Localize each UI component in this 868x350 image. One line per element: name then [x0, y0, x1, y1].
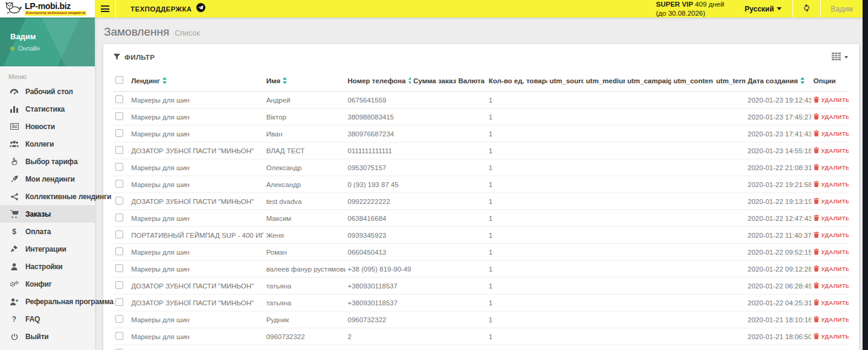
row-checkbox[interactable]: [115, 231, 123, 238]
delete-label: УДАЛИТЬ: [821, 181, 849, 188]
table-row: Маркеры для шинРудник096073232212020-01-…: [113, 311, 849, 328]
cell-utm_term: [713, 176, 745, 193]
topbar-username: Вадим: [831, 5, 853, 13]
sidebar-item-logout[interactable]: Выйти: [0, 328, 95, 345]
delete-button[interactable]: УДАЛИТЬ: [814, 316, 849, 323]
row-checkbox[interactable]: [115, 180, 123, 188]
logo[interactable]: LP-mobi.biz Конструктор мобильных лендин…: [0, 0, 95, 18]
cell-utm_content: [671, 345, 713, 350]
sidebar-item-colleagues[interactable]: Коллеги: [0, 135, 95, 153]
delete-button[interactable]: УДАЛИТЬ: [814, 299, 849, 307]
table-row: ПОРТАТИВНЫЙ ГЕЙМПАД SUP - 400 ИГР В 1Жен…: [113, 227, 849, 244]
cell-qty: 1: [486, 345, 547, 350]
sidebar-item-news[interactable]: Новости: [0, 118, 95, 135]
cell-utm_term: [713, 210, 745, 227]
delete-button[interactable]: УДАЛИТЬ: [814, 232, 849, 239]
column-header-landing[interactable]: Лендинг: [129, 71, 263, 92]
delete-button[interactable]: УДАЛИТЬ: [814, 130, 849, 138]
delete-button[interactable]: УДАЛИТЬ: [814, 215, 849, 222]
row-checkbox[interactable]: [115, 163, 123, 171]
filter-icon: [114, 54, 120, 62]
row-checkbox[interactable]: [115, 281, 123, 289]
row-checkbox[interactable]: [115, 214, 123, 221]
filter-button[interactable]: ФИЛЬТР: [114, 54, 155, 62]
trash-icon: [814, 215, 819, 222]
hamburger-menu-icon[interactable]: [95, 0, 115, 18]
cell-name: Рудник: [264, 311, 346, 328]
sidebar-item-config[interactable]: Конфиг: [0, 275, 95, 293]
column-label: utm_campaign: [628, 77, 672, 84]
table-row: Маркеры для шинвалеев фанур рустямович+3…: [113, 261, 849, 278]
delete-button[interactable]: УДАЛИТЬ: [814, 333, 849, 340]
cell-phone: 0 (93) 193 87 45: [346, 176, 411, 193]
cell-created: 2020-01-22 11:40:37: [745, 227, 811, 244]
refresh-button[interactable]: [793, 0, 820, 18]
cell-currency: [456, 328, 486, 345]
sidebar-item-orders[interactable]: Заказы: [0, 205, 95, 223]
delete-button[interactable]: УДАЛИТЬ: [814, 113, 849, 121]
delete-button[interactable]: УДАЛИТЬ: [814, 147, 849, 154]
sidebar-item-settings[interactable]: Настройки: [0, 258, 95, 275]
cell-created: 2020-01-21 18:10:16: [745, 311, 811, 328]
user-plus-icon: [9, 298, 19, 305]
delete-button[interactable]: УДАЛИТЬ: [814, 97, 849, 104]
cell-qty: 1: [486, 159, 547, 176]
row-checkbox[interactable]: [115, 197, 123, 205]
language-selector[interactable]: Русский: [734, 0, 793, 18]
delete-button[interactable]: УДАЛИТЬ: [814, 198, 849, 205]
row-checkbox[interactable]: [115, 247, 123, 255]
row-checkbox[interactable]: [115, 112, 123, 120]
topbar-user-menu[interactable]: Вадим: [821, 0, 863, 18]
select-all-checkbox[interactable]: [115, 76, 123, 84]
row-checkbox[interactable]: [115, 146, 123, 154]
row-checkbox[interactable]: [115, 95, 123, 103]
column-header-options: Опции: [811, 71, 849, 92]
chevron-down-icon: [777, 7, 782, 10]
cell-currency: [456, 159, 486, 176]
cell-name: ВЛАД ТЕСТ: [264, 142, 346, 159]
table-row: Маркеры для шинИван38097668723412020-01-…: [113, 126, 849, 142]
support-button[interactable]: ТЕХПОДДЕРЖКА: [116, 0, 216, 18]
column-header-name[interactable]: Имя: [264, 71, 346, 92]
cell-created: 2020-01-22 09:52:15: [745, 244, 811, 261]
cell-created: 2020-01-21 18:06:50: [745, 328, 811, 345]
row-checkbox[interactable]: [115, 298, 123, 306]
column-header-created[interactable]: Дата создания: [745, 71, 811, 92]
cell-name: татьяна: [264, 294, 346, 311]
sidebar-item-referral[interactable]: Реферальная программа: [0, 293, 95, 310]
sidebar-item-shared-landings[interactable]: Коллективные лендинги: [0, 188, 95, 205]
row-checkbox[interactable]: [115, 315, 123, 323]
column-header-phone[interactable]: Номер телефона: [346, 71, 411, 92]
column-label: Номер телефона: [348, 77, 406, 84]
cell-phone: 0675641559: [346, 92, 411, 109]
delete-button[interactable]: УДАЛИТЬ: [814, 266, 849, 273]
cell-landing: Маркеры для шин: [129, 261, 263, 278]
delete-button[interactable]: УДАЛИТЬ: [814, 282, 849, 290]
sidebar-item-my-landings[interactable]: Мои лендинги: [0, 170, 95, 188]
sidebar: Вадим Онлайн Меню Рабочий столСтатистика…: [0, 18, 95, 350]
delete-button[interactable]: УДАЛИТЬ: [814, 181, 849, 188]
delete-button[interactable]: УДАЛИТЬ: [814, 249, 849, 256]
cell-qty: 1: [486, 261, 547, 278]
sidebar-item-statistics[interactable]: Статистика: [0, 100, 95, 118]
cell-utm_medium: [583, 159, 625, 176]
scrollbar[interactable]: [863, 0, 868, 350]
sidebar-item-tariff[interactable]: Выбор тарифа: [0, 153, 95, 170]
delete-button[interactable]: УДАЛИТЬ: [814, 164, 849, 171]
row-checkbox[interactable]: [115, 332, 123, 340]
trash-icon: [814, 113, 819, 121]
table-row: Маркеры для шин0960732322212020-01-21 18…: [113, 328, 849, 345]
row-checkbox[interactable]: [115, 264, 123, 272]
sidebar-item-payment[interactable]: $Оплата: [0, 223, 95, 240]
row-checkbox[interactable]: [115, 129, 123, 137]
cell-landing: Маркеры для шин: [129, 210, 263, 227]
page-subtitle: Список: [175, 29, 200, 37]
sidebar-item-faq[interactable]: ?FAQ: [0, 310, 95, 328]
column-visibility-button[interactable]: [832, 52, 848, 63]
sidebar-item-integrations[interactable]: Интеграции: [0, 240, 95, 258]
column-label: Имя: [266, 77, 280, 84]
sidebar-item-dashboard[interactable]: Рабочий стол: [0, 83, 95, 100]
cell-utm_source: [547, 227, 583, 244]
cell-qty: 1: [486, 227, 547, 244]
sidebar-item-label: Рабочий стол: [25, 88, 73, 96]
